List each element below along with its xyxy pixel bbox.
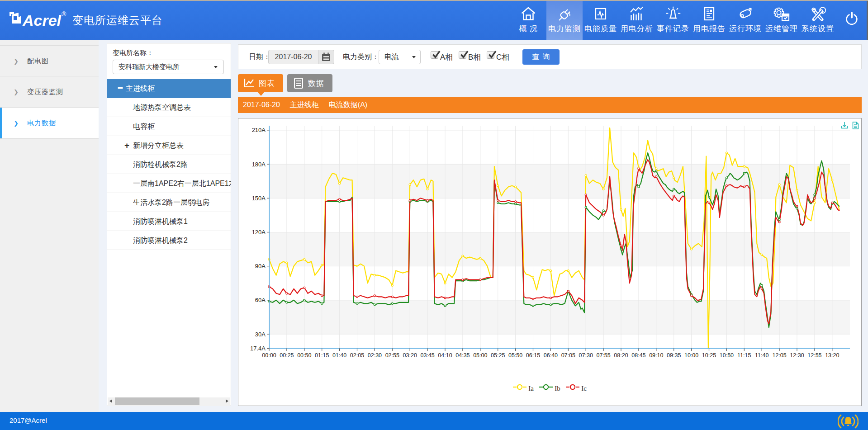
svg-text:07:55: 07:55 <box>596 352 610 359</box>
svg-text:00:25: 00:25 <box>280 352 294 359</box>
svg-text:02:30: 02:30 <box>368 352 382 359</box>
svg-text:01:15: 01:15 <box>315 352 329 359</box>
svg-text:06:15: 06:15 <box>526 352 540 359</box>
svg-text:04:35: 04:35 <box>455 352 470 359</box>
svg-text:02:05: 02:05 <box>350 352 364 359</box>
svg-text:01:40: 01:40 <box>332 352 346 359</box>
svg-text:09:35: 09:35 <box>667 352 681 359</box>
svg-text:210A: 210A <box>252 127 266 133</box>
svg-text:05:50: 05:50 <box>508 352 522 359</box>
svg-text:04:10: 04:10 <box>438 352 452 359</box>
svg-text:05:25: 05:25 <box>491 352 505 359</box>
svg-text:10:00: 10:00 <box>684 352 698 359</box>
svg-text:07:30: 07:30 <box>579 352 593 359</box>
svg-text:10:25: 10:25 <box>702 352 716 359</box>
svg-text:05:00: 05:00 <box>473 352 487 359</box>
svg-text:03:45: 03:45 <box>420 352 434 359</box>
svg-text:00:50: 00:50 <box>297 352 311 359</box>
svg-text:30A: 30A <box>255 331 266 338</box>
svg-text:120A: 120A <box>252 229 266 236</box>
svg-text:12:05: 12:05 <box>772 352 786 359</box>
svg-text:10:50: 10:50 <box>720 352 734 359</box>
svg-text:06:40: 06:40 <box>544 352 558 359</box>
svg-text:12:55: 12:55 <box>807 352 821 359</box>
svg-text:09:10: 09:10 <box>649 352 663 359</box>
svg-text:13:20: 13:20 <box>825 352 839 359</box>
svg-text:90A: 90A <box>255 263 266 269</box>
svg-text:60A: 60A <box>255 297 266 303</box>
svg-text:03:20: 03:20 <box>403 352 417 359</box>
svg-text:02:55: 02:55 <box>385 352 399 359</box>
svg-text:00:00: 00:00 <box>262 352 276 359</box>
svg-text:11:15: 11:15 <box>737 352 751 359</box>
svg-text:180A: 180A <box>252 161 266 168</box>
svg-text:17.4A: 17.4A <box>250 345 266 352</box>
svg-text:07:05: 07:05 <box>561 352 575 359</box>
svg-text:12:30: 12:30 <box>790 352 804 359</box>
svg-text:08:20: 08:20 <box>614 352 628 359</box>
svg-text:08:45: 08:45 <box>631 352 645 359</box>
svg-text:150A: 150A <box>252 195 266 202</box>
svg-text:11:40: 11:40 <box>755 352 768 359</box>
